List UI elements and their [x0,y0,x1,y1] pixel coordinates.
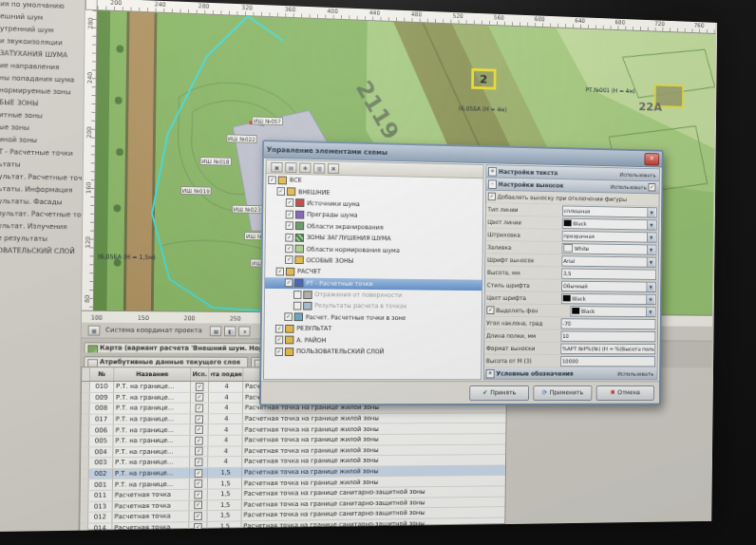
setting-control[interactable]: 3,5 [561,268,656,279]
layer-checkbox[interactable]: ✓ [286,210,294,218]
setting-control[interactable]: -70 [561,318,656,329]
cell-use[interactable]: ✓ [189,522,207,532]
header-name[interactable]: Название [114,367,191,381]
setting-control[interactable]: %АРТ №Р%(№) (Н = %(Высота польз.м)) [560,343,655,354]
layer-checkbox[interactable]: ✓ [285,221,293,230]
setting-control[interactable]: Black ▼ [570,306,655,317]
setting-control[interactable]: 10 [560,330,655,342]
use-checkbox[interactable]: ✓ [196,404,204,413]
close-icon[interactable]: ✕ [644,153,659,165]
setting-control[interactable]: White ▼ [562,243,657,255]
chevron-down-icon[interactable]: ▼ [646,282,654,291]
use-checkbox[interactable]: ✓ [196,383,204,391]
sidebar-layer-item[interactable]: е результаты [0,232,82,245]
sidebar-layer-item[interactable]: ОВАТЕЛЬСКИЙ СЛОЙ [0,244,82,257]
use-checkbox[interactable]: ✓ [195,437,203,445]
cell-use[interactable]: ✓ [190,468,208,479]
use-checkbox[interactable]: ✓ [194,512,202,520]
row-selector[interactable] [82,414,90,424]
layer-checkbox[interactable]: ✓ [285,233,293,241]
expander-icon[interactable]: + [486,368,495,378]
setting-control[interactable]: Обычный ▼ [561,280,656,291]
setting-control[interactable]: Black ▼ [561,292,656,304]
use-checkbox[interactable]: ✓ [195,479,203,488]
setting-control[interactable]: 10000 [560,355,655,366]
expander-icon[interactable]: - [488,179,497,189]
accept-button[interactable]: ✔ Принять [469,385,529,401]
row-selector[interactable] [82,404,90,414]
layer-checkbox[interactable]: ✓ [285,279,293,288]
row-selector[interactable] [80,501,88,512]
layer-checkbox[interactable] [293,291,302,299]
chevron-down-icon[interactable]: ▼ [646,307,654,315]
toolbar-icon[interactable]: ✚ [299,162,311,173]
toolbar-icon[interactable]: ✖ [328,163,339,174]
cell-use[interactable]: ✓ [190,490,208,500]
legend-settings-header[interactable]: + Условные обозначения Использовать [484,367,657,380]
use-checkbox[interactable]: ✓ [195,425,203,434]
chevron-down-icon[interactable]: ▼ [647,208,655,216]
use-checkbox[interactable]: ✓ [195,447,203,456]
layer-tree-item[interactable]: ✓ А. РАЙОН [264,334,481,347]
use-checkbox[interactable]: ✓ [195,469,203,478]
use-checkbox[interactable]: ✓ [195,415,203,423]
use-checkbox[interactable]: ✓ [196,393,204,402]
toolbar-icon[interactable]: ▾ [239,326,251,336]
cell-use[interactable]: ✓ [190,436,208,445]
toolbar-icon[interactable]: ▣ [271,161,282,172]
layer-tree-item[interactable]: ✓ ПОЛЬЗОВАТЕЛЬСКИЙ СЛОЙ [264,346,481,358]
use-checkbox[interactable]: ✓ [194,522,202,531]
cell-use[interactable]: ✓ [190,479,208,489]
setting-control[interactable]: Black ▼ [562,217,657,230]
chevron-down-icon[interactable]: ▼ [647,245,655,254]
row-selector[interactable] [80,523,88,532]
header-number[interactable]: № [90,367,114,381]
apply-button[interactable]: ⟳ Применить [533,385,592,401]
layer-checkbox[interactable] [293,302,302,310]
toolbar-icon[interactable]: ▦ [210,326,221,336]
header-use[interactable]: Исп. [191,367,209,381]
setting-control[interactable]: сплошная ▼ [562,205,657,217]
layer-checkbox[interactable]: ✓ [286,198,294,207]
cell-use[interactable]: ✓ [190,458,208,468]
sidebar-layer-item[interactable]: ультат. Излучения [0,219,82,233]
row-selector[interactable] [81,491,89,501]
layer-checkbox[interactable]: ✓ [275,325,284,333]
row-selector[interactable] [80,513,88,523]
header-height[interactable]: Высота подвеса, м [211,367,243,381]
use-checkbox[interactable]: ✓ [195,458,203,466]
layer-checkbox[interactable]: ✓ [284,313,293,322]
row-selector[interactable] [82,393,90,404]
setting-checkbox[interactable]: ✓ [486,306,494,314]
row-selector[interactable] [81,458,89,468]
chevron-down-icon[interactable]: ▼ [647,257,655,266]
row-selector[interactable] [81,436,89,446]
use-checkbox[interactable]: ✓ [194,501,202,510]
layer-checkbox[interactable]: ✓ [276,267,285,275]
use-checkbox[interactable]: ✓ [194,490,202,498]
layer-checkbox[interactable]: ✓ [285,256,293,265]
setting-control[interactable]: прозрачная ▼ [562,230,657,242]
toolbar-icon[interactable]: ▤ [285,162,296,173]
toolbar-icon[interactable]: ◧ [224,326,236,336]
row-selector[interactable] [81,425,89,436]
chevron-down-icon[interactable]: ▼ [647,220,655,229]
layer-checkbox[interactable]: ✓ [275,348,284,356]
layer-checkbox[interactable]: ✓ [275,336,284,345]
cell-use[interactable]: ✓ [191,382,209,391]
layer-checkbox[interactable]: ✓ [285,244,293,253]
row-selector[interactable] [81,469,89,479]
row-selector[interactable] [81,447,89,458]
layer-checkbox[interactable]: ✓ [268,176,276,184]
layer-checkbox[interactable]: ✓ [277,187,286,196]
expander-icon[interactable]: + [488,167,497,177]
cancel-button[interactable]: ✖ Отмена [596,385,654,401]
toolbar-icon[interactable]: ▥ [313,162,325,173]
cell-use[interactable]: ✓ [191,392,209,402]
cell-use[interactable]: ✓ [189,511,207,521]
grid-icon[interactable]: ▦ [88,325,101,335]
cell-use[interactable]: ✓ [189,500,207,511]
row-selector[interactable] [81,479,89,490]
use-checkbox[interactable]: ✓ [649,183,656,192]
tab-attribute-data[interactable]: Атрибутивные данные текущего слоя [84,356,248,366]
